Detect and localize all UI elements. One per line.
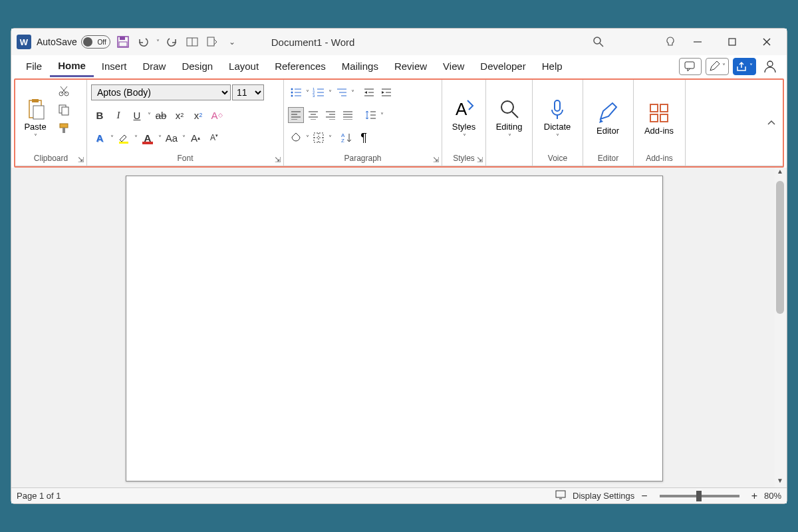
tab-review[interactable]: Review [386, 57, 435, 76]
underline-dropdown-icon[interactable]: ˅ [148, 112, 151, 119]
italic-button[interactable]: I [110, 106, 127, 124]
maximize-button[interactable] [718, 29, 747, 55]
tab-references[interactable]: References [267, 57, 334, 76]
tab-mailings[interactable]: Mailings [334, 57, 386, 76]
svg-point-6 [594, 37, 600, 44]
line-spacing-icon[interactable] [362, 107, 378, 123]
highlight-color-icon[interactable] [115, 129, 132, 146]
toggle-switch[interactable]: Off [81, 35, 110, 49]
svg-rect-77 [650, 104, 658, 112]
svg-rect-75 [555, 100, 560, 111]
font-name-select[interactable]: Aptos (Body) [91, 84, 231, 100]
group-font: Aptos (Body) 11 B I U˅ ab x2 x2 A◇ A˅ ˅ … [87, 80, 284, 166]
tab-design[interactable]: Design [174, 57, 221, 76]
align-right-icon[interactable] [323, 107, 338, 123]
bullets-icon[interactable] [288, 84, 304, 100]
tab-layout[interactable]: Layout [221, 57, 267, 76]
tab-home[interactable]: Home [50, 56, 94, 77]
strikethrough-button[interactable]: ab [152, 106, 170, 124]
borders-icon[interactable] [311, 130, 327, 146]
align-center-icon[interactable] [305, 107, 321, 123]
customize-qat-icon[interactable]: ⌄ [225, 35, 239, 49]
page-indicator[interactable]: Page 1 of 1 [17, 491, 61, 501]
paragraph-launcher-icon[interactable]: ⇲ [433, 156, 439, 164]
svg-line-7 [600, 43, 603, 47]
paste-button[interactable]: Paste ˅ [19, 82, 51, 152]
minimize-button[interactable] [683, 29, 712, 55]
tab-view[interactable]: View [435, 57, 472, 76]
grow-font-icon[interactable]: A▴ [187, 129, 204, 146]
account-icon[interactable] [760, 59, 780, 74]
undo-dropdown-icon[interactable]: ˅ [156, 39, 160, 46]
zoom-level[interactable]: 80% [764, 491, 781, 501]
addins-button[interactable]: Add-ins [638, 82, 680, 152]
editor-button[interactable]: Editor [587, 82, 628, 152]
decrease-indent-icon[interactable] [361, 84, 377, 100]
tab-insert[interactable]: Insert [94, 57, 135, 76]
svg-point-13 [767, 61, 773, 66]
scroll-down-icon[interactable]: ▼ [777, 477, 783, 487]
scroll-up-icon[interactable]: ▲ [777, 168, 783, 178]
numbering-icon[interactable]: 123 [311, 84, 327, 100]
change-case-icon[interactable]: Aa [163, 129, 180, 146]
search-icon[interactable] [591, 35, 606, 49]
svg-point-27 [291, 88, 293, 90]
autosave-toggle[interactable]: AutoSave Off [37, 35, 110, 49]
save-icon[interactable] [116, 35, 130, 49]
ribbon-highlight-box: Paste ˅ Clipboard ⇲ [14, 78, 784, 168]
group-addins: Add-ins Add-ins [634, 80, 686, 166]
bold-button[interactable]: B [91, 106, 108, 124]
tab-file[interactable]: File [18, 57, 50, 76]
superscript-button[interactable]: x2 [190, 106, 207, 124]
editing-mode-button[interactable]: ˅ [706, 58, 729, 75]
font-size-select[interactable]: 11 [232, 84, 264, 100]
tab-help[interactable]: Help [534, 57, 571, 76]
comments-button[interactable] [679, 58, 702, 75]
clipboard-launcher-icon[interactable]: ⇲ [78, 156, 84, 164]
display-settings-icon[interactable] [555, 490, 566, 501]
text-effects-icon[interactable]: A [91, 129, 108, 146]
copy-icon[interactable] [55, 101, 72, 118]
collapse-ribbon-icon[interactable] [760, 80, 783, 166]
tips-icon[interactable] [663, 35, 678, 49]
svg-text:3: 3 [313, 94, 315, 98]
styles-button[interactable]: A Styles ˅ [446, 82, 481, 152]
sort-icon[interactable]: AZ [338, 130, 354, 146]
align-left-icon[interactable] [288, 107, 304, 123]
svg-point-73 [501, 101, 513, 113]
editing-button[interactable]: Editing ˅ [490, 82, 528, 152]
zoom-out-button[interactable]: − [641, 490, 647, 502]
tab-draw[interactable]: Draw [134, 57, 174, 76]
svg-rect-81 [556, 491, 565, 497]
document-page[interactable] [126, 176, 663, 481]
increase-indent-icon[interactable] [378, 84, 394, 100]
cut-icon[interactable] [55, 82, 72, 100]
tab-developer[interactable]: Developer [472, 57, 533, 76]
share-button[interactable]: ˅ [733, 58, 756, 75]
shrink-font-icon[interactable]: A▾ [205, 129, 223, 146]
multilevel-list-icon[interactable] [333, 84, 349, 100]
styles-launcher-icon[interactable]: ⇲ [477, 156, 483, 164]
zoom-slider[interactable] [660, 495, 739, 497]
quick-item-1-icon[interactable] [185, 35, 200, 49]
font-color-icon[interactable]: A [139, 129, 156, 146]
display-settings-button[interactable]: Display Settings [573, 491, 634, 501]
svg-rect-12 [685, 62, 694, 68]
shading-icon[interactable] [288, 130, 304, 146]
format-painter-icon[interactable] [55, 120, 72, 137]
show-marks-icon[interactable]: ¶ [356, 130, 372, 146]
redo-icon[interactable] [165, 35, 180, 49]
quick-item-2-icon[interactable] [205, 35, 219, 49]
undo-icon[interactable] [136, 35, 150, 49]
close-button[interactable] [752, 29, 781, 55]
dictate-button[interactable]: Dictate ˅ [537, 82, 578, 152]
subscript-button[interactable]: x2 [171, 106, 188, 124]
font-launcher-icon[interactable]: ⇲ [275, 156, 281, 164]
vertical-scrollbar[interactable]: ▲ ▼ [775, 168, 785, 487]
zoom-in-button[interactable]: + [751, 490, 757, 502]
underline-button[interactable]: U [128, 106, 146, 124]
justify-icon[interactable] [340, 107, 356, 123]
scroll-thumb[interactable] [776, 181, 784, 314]
clear-formatting-icon[interactable]: A◇ [208, 106, 225, 124]
group-voice: Dictate ˅ Voice [533, 80, 583, 166]
